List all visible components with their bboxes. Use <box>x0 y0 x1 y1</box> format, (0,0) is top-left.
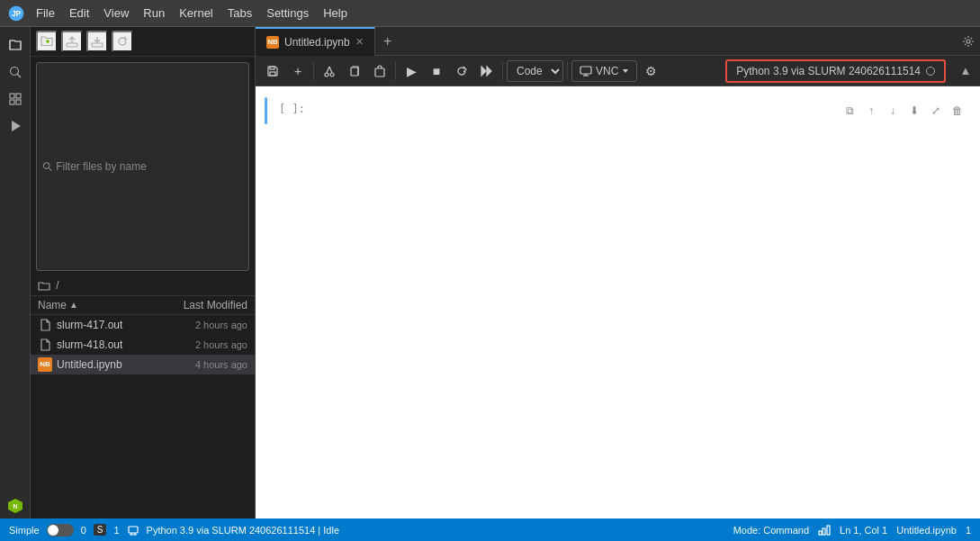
file-icon <box>38 318 52 332</box>
svg-text:N: N <box>13 503 17 509</box>
svg-rect-37 <box>827 526 830 535</box>
svg-marker-33 <box>623 69 628 73</box>
svg-line-24 <box>327 67 329 73</box>
file-panel: / Name ▲ Last Modified slurm-417.out 2 h… <box>31 27 256 518</box>
file-modified: 2 hours ago <box>166 339 247 350</box>
tab-bar: NB Untitled.ipynb ✕ + <box>256 27 980 56</box>
svg-rect-36 <box>823 528 825 535</box>
svg-point-22 <box>325 73 328 77</box>
svg-rect-13 <box>67 43 77 47</box>
svg-line-18 <box>49 168 51 171</box>
new-folder-button[interactable] <box>36 31 58 52</box>
search-icon <box>42 161 52 172</box>
svg-marker-28 <box>481 67 486 76</box>
kernel-label: Python 3.9 via SLURM 240626111514 <box>736 65 921 77</box>
vnc-dropdown-icon <box>622 68 629 75</box>
add-cell-button[interactable]: + <box>286 59 310 83</box>
svg-line-3 <box>17 75 21 78</box>
tab-close-button[interactable]: ✕ <box>355 36 364 48</box>
scroll-top-button[interactable]: ▲ <box>957 64 975 77</box>
settings-button[interactable]: ⚙ <box>639 59 662 83</box>
new-tab-button[interactable]: + <box>375 29 400 54</box>
notebook-tab[interactable]: NB Untitled.ipynb ✕ <box>256 27 375 56</box>
kernel-status-circle <box>926 67 935 76</box>
search-sidebar-btn[interactable] <box>3 59 28 85</box>
zero-label: 0 <box>81 525 86 536</box>
cut-button[interactable] <box>318 59 341 83</box>
files-sidebar-icon[interactable] <box>3 32 28 58</box>
status-right: Mode: Command Ln 1, Col 1 Untitled.ipynb… <box>733 524 971 536</box>
svg-text:JP: JP <box>12 9 22 18</box>
list-item[interactable]: slurm-418.out 2 hours ago <box>31 335 255 355</box>
nvidia-sidebar-btn[interactable]: N <box>3 493 28 518</box>
icon-sidebar: N <box>0 27 31 518</box>
cell-indicator <box>265 97 272 124</box>
menu-tabs[interactable]: Tabs <box>220 5 259 22</box>
svg-rect-34 <box>129 527 138 533</box>
simple-label: Simple <box>9 525 40 536</box>
simple-toggle[interactable] <box>47 524 74 536</box>
list-item[interactable]: NB Untitled.ipynb 4 hours ago <box>31 355 255 374</box>
svg-marker-8 <box>12 121 21 131</box>
cell-container: [ ]: ⧉ ↑ ↓ ⬇ ⤢ 🗑 <box>256 95 980 126</box>
toolbar-separator <box>395 62 396 80</box>
cell-delete-button[interactable]: 🗑 <box>948 101 967 121</box>
cell-move-down-button[interactable]: ↓ <box>883 101 903 121</box>
cell-move-up-button[interactable]: ↑ <box>861 101 881 121</box>
cell-type-select[interactable]: Code <box>507 60 563 82</box>
modified-column-header[interactable]: Last Modified <box>157 299 247 311</box>
menu-run[interactable]: Run <box>136 5 172 22</box>
menu-edit[interactable]: Edit <box>62 5 96 22</box>
svg-rect-6 <box>10 100 14 104</box>
name-column-header[interactable]: Name ▲ <box>38 299 157 311</box>
run-sidebar-btn[interactable] <box>3 113 28 139</box>
cell-copy-button[interactable]: ⧉ <box>840 101 859 121</box>
svg-rect-7 <box>16 100 21 104</box>
menu-view[interactable]: View <box>96 5 136 22</box>
extensions-sidebar-btn[interactable] <box>3 86 28 112</box>
download-button[interactable] <box>86 31 108 52</box>
fast-forward-button[interactable] <box>475 59 499 83</box>
menu-file[interactable]: File <box>29 5 62 22</box>
vnc-label: VNC <box>596 65 618 77</box>
position-label: Ln 1, Col 1 <box>840 525 887 536</box>
cell-save-button[interactable]: ⬇ <box>904 101 924 121</box>
vnc-icon <box>580 65 592 77</box>
file-name: slurm-417.out <box>57 319 166 331</box>
tab-notebook-icon: NB <box>266 36 279 49</box>
kernel-button[interactable]: Python 3.9 via SLURM 240626111514 <box>725 59 946 83</box>
file-modified: 2 hours ago <box>166 320 247 330</box>
paste-button[interactable] <box>368 59 391 83</box>
cell-prompt: [ ]: <box>272 97 317 121</box>
toggle-track[interactable] <box>47 524 74 536</box>
save-button[interactable] <box>261 59 284 83</box>
cell-editor[interactable] <box>317 97 836 124</box>
notebook-area: NB Untitled.ipynb ✕ + + <box>256 27 980 518</box>
upload-button[interactable] <box>61 31 83 52</box>
run-cell-button[interactable]: ▶ <box>400 59 423 83</box>
svg-marker-29 <box>487 67 491 76</box>
search-input[interactable] <box>56 160 243 173</box>
signal-icon <box>818 524 831 536</box>
mode-label: Mode: Command <box>733 525 809 536</box>
file-modified: 4 hours ago <box>166 359 247 370</box>
notebook-content: [ ]: ⧉ ↑ ↓ ⬇ ⤢ 🗑 <box>256 86 980 518</box>
svg-line-25 <box>329 67 332 73</box>
stop-button[interactable]: ■ <box>425 59 448 83</box>
menu-help[interactable]: Help <box>316 5 355 22</box>
vnc-button[interactable]: VNC <box>571 60 637 82</box>
restart-button[interactable] <box>450 59 473 83</box>
app-logo: JP <box>4 1 29 26</box>
cell-expand-button[interactable]: ⤢ <box>926 101 946 121</box>
file-toolbar <box>31 27 255 57</box>
toggle-thumb <box>48 525 58 536</box>
menu-settings[interactable]: Settings <box>259 5 316 22</box>
tab-settings-icon[interactable] <box>957 30 980 53</box>
copy-button[interactable] <box>343 59 366 83</box>
list-item[interactable]: slurm-417.out 2 hours ago <box>31 315 255 335</box>
file-path: / <box>31 276 255 296</box>
refresh-button[interactable] <box>112 31 133 52</box>
menu-kernel[interactable]: Kernel <box>172 5 220 22</box>
svg-rect-20 <box>270 72 275 76</box>
cell-actions: ⧉ ↑ ↓ ⬇ ⤢ 🗑 <box>836 97 971 124</box>
